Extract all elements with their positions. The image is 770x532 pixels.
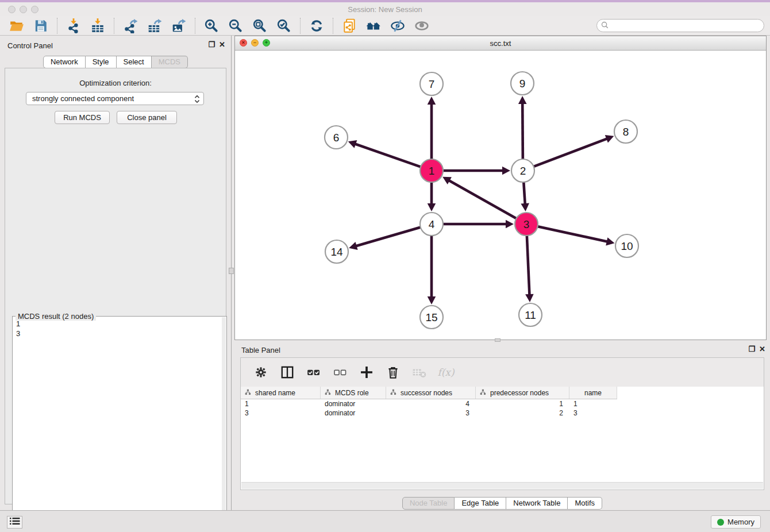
tab-node-table[interactable]: Node Table [402, 497, 455, 510]
tab-motifs[interactable]: Motifs [568, 497, 602, 510]
float-panel-icon[interactable]: ❐ [208, 40, 215, 49]
table-cell[interactable]: 3 [386, 408, 476, 418]
graph-node-label: 7 [429, 78, 435, 90]
close-panel-icon[interactable]: ✕ [759, 345, 765, 353]
column-tree-icon [325, 389, 331, 397]
column-header-MCDS-role[interactable]: MCDS role [321, 387, 386, 399]
optimization-criterion-select[interactable]: strongly connected component [26, 92, 204, 105]
edge-arrowhead [518, 96, 527, 104]
table-cell[interactable]: 1 [476, 399, 569, 408]
network-canvas[interactable]: 7968124314101511 [235, 51, 766, 340]
hide-panel-icon[interactable] [388, 17, 407, 34]
run-mcds-button[interactable]: Run MCDS [55, 111, 110, 124]
search-input[interactable] [609, 21, 764, 31]
save-icon[interactable] [31, 17, 51, 34]
panel-splitter-handle[interactable] [229, 268, 234, 274]
graph-edge-1-6[interactable] [355, 144, 422, 167]
task-history-button[interactable] [7, 516, 22, 529]
delete-column-icon[interactable] [383, 364, 403, 381]
select-stepper-icon [194, 95, 200, 105]
search-icon [601, 21, 609, 31]
share-document-icon[interactable] [340, 17, 359, 34]
close-panel-icon[interactable]: ✕ [219, 40, 225, 49]
table-panel-tabs: Node TableEdge TableNetwork TableMotifs [234, 497, 770, 510]
table-cell[interactable]: 2 [476, 408, 569, 418]
mcds-result-text[interactable]: 1 3 [13, 318, 221, 532]
show-panel-icon[interactable] [412, 17, 432, 34]
graph-edge-3-10[interactable] [537, 226, 608, 242]
table-settings-gear-icon[interactable] [251, 364, 271, 381]
graph-edge-3-1[interactable] [449, 180, 518, 219]
show-columns-icon[interactable] [278, 364, 297, 381]
table-horizontal-scrollbar[interactable] [241, 482, 763, 489]
column-label: MCDS role [335, 389, 369, 397]
zoom-selected-icon[interactable] [274, 17, 294, 34]
add-column-icon[interactable] [357, 364, 376, 381]
table-cell[interactable]: 3 [569, 408, 617, 418]
open-folder-icon[interactable] [7, 17, 26, 34]
column-tree-icon [390, 389, 396, 397]
table-cell[interactable]: 1 [241, 399, 321, 408]
refresh-layout-icon[interactable] [307, 17, 326, 34]
search-box[interactable] [596, 19, 764, 32]
tab-network[interactable]: Network [43, 56, 86, 68]
graph-node-label: 2 [520, 165, 526, 177]
column-header-shared-name[interactable]: shared name [241, 387, 321, 399]
column-header-name[interactable]: name [569, 387, 617, 399]
toolbar-separator [333, 18, 333, 34]
table-cell[interactable]: dominator [321, 408, 386, 418]
graph-edge-4-14[interactable] [356, 227, 422, 246]
optimization-criterion-label: Optimization criterion: [5, 79, 226, 87]
table-cell[interactable]: 1 [569, 399, 617, 408]
column-header-predecessor-nodes[interactable]: predecessor nodes [476, 387, 569, 399]
network-splitter-handle[interactable] [495, 338, 500, 342]
control-panel: Control Panel ❐ ✕ NetworkStyleSelectMCDS… [0, 36, 232, 510]
memory-label: Memory [727, 518, 754, 526]
float-panel-icon[interactable]: ❐ [748, 345, 755, 353]
close-panel-button[interactable]: Close panel [117, 111, 177, 124]
table-row[interactable]: 3dominator323 [241, 408, 617, 418]
table-cell[interactable]: 4 [386, 399, 476, 408]
network-window-titlebar[interactable]: × − + scc.txt [235, 36, 766, 51]
window-title: Session: New Session [0, 5, 770, 14]
deselect-all-rows-icon[interactable] [330, 364, 350, 381]
table-body: 1dominator4113dominator323 [241, 399, 617, 418]
column-label: name [584, 389, 602, 397]
table-cell[interactable]: 3 [241, 408, 321, 418]
table-header-row: shared nameMCDS rolesuccessor nodesprede… [241, 387, 617, 399]
select-all-rows-icon[interactable] [304, 364, 324, 381]
column-label: successor nodes [401, 389, 452, 397]
memory-button[interactable]: Memory [711, 515, 761, 529]
status-bar: Memory [0, 510, 770, 532]
export-table-icon[interactable] [145, 17, 164, 34]
application-window: Session: New Session Control Panel ❐ ✕ N… [0, 0, 770, 532]
table-cell[interactable]: dominator [321, 399, 386, 408]
table-panel: Table Panel ❐ ✕ f(x) shared nameMCDS rol… [234, 342, 770, 510]
control-panel-title: Control Panel [7, 41, 53, 50]
table-row[interactable]: 1dominator411 [241, 399, 617, 408]
function-builder-icon: f(x) [436, 364, 456, 381]
tab-style[interactable]: Style [86, 56, 117, 68]
graph-edge-2-8[interactable] [533, 138, 607, 167]
column-header-successor-nodes[interactable]: successor nodes [386, 387, 476, 399]
import-table-icon[interactable] [88, 17, 107, 34]
graph-edge-2-3[interactable] [523, 181, 525, 205]
edge-arrowhead [525, 294, 534, 302]
export-image-icon[interactable] [169, 17, 188, 34]
result-scrollbar[interactable] [222, 317, 226, 532]
zoom-in-icon[interactable] [202, 17, 221, 34]
zoom-out-icon[interactable] [226, 17, 245, 34]
tab-select[interactable]: Select [117, 56, 152, 68]
tab-mcds[interactable]: MCDS [152, 56, 188, 68]
edge-arrowhead [428, 97, 436, 105]
mcds-result-groupbox: MCDS result (2 nodes) 1 3 [12, 316, 227, 532]
zoom-fit-icon[interactable] [250, 17, 270, 34]
export-network-icon[interactable] [121, 17, 140, 34]
graph-edge-3-11[interactable] [527, 234, 530, 295]
graph-edge-2-9[interactable] [522, 103, 523, 160]
import-network-icon[interactable] [64, 17, 83, 34]
tab-network-table[interactable]: Network Table [506, 497, 568, 510]
column-tree-icon [245, 389, 251, 397]
tab-edge-table[interactable]: Edge Table [455, 497, 506, 510]
homes-icon[interactable] [364, 17, 383, 34]
